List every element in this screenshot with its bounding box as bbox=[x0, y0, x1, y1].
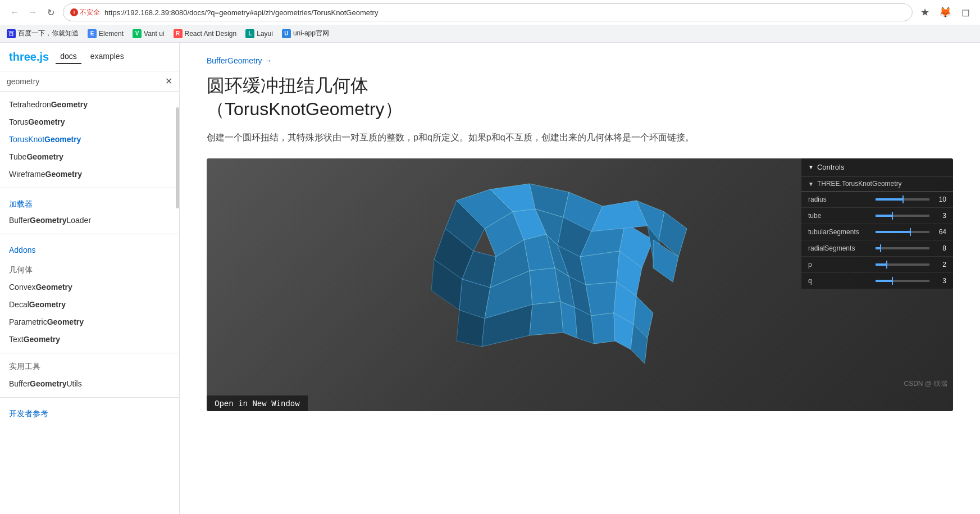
page-title: 圆环缓冲扭结几何体（TorusKnotGeometry） bbox=[207, 74, 953, 121]
bookmark-vant[interactable]: V Vant ui bbox=[133, 29, 164, 38]
controls-header: ▼ Controls bbox=[801, 158, 953, 176]
bookmark-star-icon[interactable]: ★ bbox=[917, 4, 933, 20]
nav-item-buffergeometryutils[interactable]: BufferGeometryUtils bbox=[0, 375, 179, 393]
uniapp-icon: U bbox=[282, 29, 291, 38]
nav-item-text[interactable]: TextGeometry bbox=[0, 331, 179, 348]
controls-subtitle: THREE.TorusKnotGeometry bbox=[817, 180, 902, 188]
menu-icon[interactable]: ◻ bbox=[958, 4, 973, 20]
control-slider-radius[interactable] bbox=[876, 194, 929, 205]
react-label: React Ant Design bbox=[185, 30, 237, 38]
nav-divider-1 bbox=[0, 188, 179, 188]
controls-title: Controls bbox=[817, 163, 844, 171]
bookmark-element[interactable]: E Element bbox=[88, 29, 124, 38]
sidebar-tabs: docs examples bbox=[56, 49, 129, 64]
nav-section-addons[interactable]: Addons bbox=[0, 239, 179, 257]
nav-item-wireframe[interactable]: WireframeGeometry bbox=[0, 166, 179, 183]
sidebar-nav[interactable]: TetrahedronGeometry TorusGeometry TorusK… bbox=[0, 92, 179, 514]
breadcrumb[interactable]: BufferGeometry → bbox=[207, 56, 953, 65]
control-value-radialsegments: 8 bbox=[929, 244, 946, 252]
control-row-radius: radius 10 bbox=[801, 192, 953, 208]
element-icon: E bbox=[88, 29, 97, 38]
nav-item-torusknot[interactable]: TorusKnotGeometry bbox=[0, 131, 179, 148]
control-row-radialsegments: radialSegments 8 bbox=[801, 240, 953, 257]
content: BufferGeometry → 圆环缓冲扭结几何体（TorusKnotGeom… bbox=[180, 43, 980, 514]
slider-thumb-radius[interactable] bbox=[902, 195, 904, 203]
nav-item-torus[interactable]: TorusGeometry bbox=[0, 113, 179, 131]
control-value-p: 2 bbox=[929, 261, 946, 269]
extensions-icon[interactable]: 🦊 bbox=[937, 4, 953, 20]
threejs-logo[interactable]: three.js bbox=[9, 51, 49, 63]
control-label-q: q bbox=[808, 277, 876, 285]
control-row-tube: tube 3 bbox=[801, 208, 953, 224]
nav-section-geometries: 几何体 bbox=[0, 261, 179, 279]
main-area: three.js docs examples geometry ✕ Tetrah… bbox=[0, 43, 980, 514]
forward-button[interactable]: → bbox=[25, 4, 40, 20]
nav-divider-3 bbox=[0, 353, 179, 353]
search-close-icon[interactable]: ✕ bbox=[165, 76, 172, 87]
baidu-icon: 百 bbox=[7, 29, 16, 38]
control-slider-tubularsegments[interactable] bbox=[876, 226, 929, 238]
watermark: CSDN @-联瑞 bbox=[904, 379, 947, 389]
bookmark-layui[interactable]: L Layui bbox=[245, 29, 273, 38]
nav-item-tube[interactable]: TubeGeometry bbox=[0, 148, 179, 166]
slider-thumb-p[interactable] bbox=[886, 261, 887, 269]
layui-icon: L bbox=[245, 29, 254, 38]
back-button[interactable]: ← bbox=[7, 4, 22, 20]
sidebar-header: three.js docs examples bbox=[0, 43, 179, 71]
tab-docs[interactable]: docs bbox=[56, 49, 81, 64]
slider-fill-p bbox=[876, 263, 886, 266]
controls-panel: ▼ Controls ▼ THREE.TorusKnotGeometry rad… bbox=[801, 158, 953, 289]
control-slider-tube[interactable] bbox=[876, 210, 929, 221]
slider-fill-q bbox=[876, 280, 892, 282]
svg-marker-25 bbox=[586, 282, 617, 316]
bookmark-react[interactable]: R React Ant Design bbox=[174, 29, 237, 38]
bookmark-baidu[interactable]: 百 百度一下，你就知道 bbox=[7, 29, 79, 38]
nav-item-decal[interactable]: DecalGeometry bbox=[0, 296, 179, 313]
control-label-radius: radius bbox=[808, 195, 876, 203]
scrollbar-thumb[interactable] bbox=[176, 107, 179, 208]
nav-section-devref[interactable]: 开发者参考 bbox=[0, 402, 179, 421]
slider-fill-radialsegments bbox=[876, 247, 880, 249]
refresh-button[interactable]: ↻ bbox=[43, 4, 58, 20]
svg-marker-33 bbox=[591, 313, 615, 344]
slider-thumb-radialsegments[interactable] bbox=[880, 244, 881, 252]
controls-chevron-icon: ▼ bbox=[808, 164, 814, 170]
security-badge: ! 不安全 bbox=[70, 8, 100, 17]
baidu-label: 百度一下，你就知道 bbox=[18, 29, 79, 38]
nav-divider-2 bbox=[0, 234, 179, 234]
slider-fill-tube bbox=[876, 215, 892, 217]
slider-thumb-q[interactable] bbox=[892, 277, 893, 285]
nav-buttons: ← → ↻ bbox=[7, 4, 58, 20]
search-text[interactable]: geometry bbox=[7, 77, 161, 86]
tab-examples[interactable]: examples bbox=[86, 49, 129, 64]
svg-marker-30 bbox=[530, 302, 563, 335]
address-bar[interactable]: ! 不安全 https://192.168.2.39:8080/docs/?q=… bbox=[63, 3, 913, 21]
nav-divider-4 bbox=[0, 397, 179, 398]
element-label: Element bbox=[99, 30, 124, 38]
control-slider-p[interactable] bbox=[876, 259, 929, 270]
toolbar-icons: ★ 🦊 ◻ bbox=[917, 4, 973, 20]
control-row-q: q 3 bbox=[801, 273, 953, 289]
open-new-window-label[interactable]: Open in New Window bbox=[207, 395, 308, 411]
control-label-p: p bbox=[808, 261, 876, 269]
nav-item-buffergeometryloader[interactable]: BufferGeometryLoader bbox=[0, 212, 179, 229]
nav-item-convex[interactable]: ConvexGeometry bbox=[0, 279, 179, 296]
control-value-q: 3 bbox=[929, 277, 946, 285]
nav-item-parametric[interactable]: ParametricGeometry bbox=[0, 313, 179, 331]
control-value-radius: 10 bbox=[929, 195, 946, 203]
browser-chrome: ← → ↻ ! 不安全 https://192.168.2.39:8080/do… bbox=[0, 0, 980, 43]
uniapp-label: uni-app官网 bbox=[293, 29, 329, 38]
control-slider-q[interactable] bbox=[876, 275, 929, 286]
nav-section-loaders[interactable]: 加载器 bbox=[0, 193, 179, 212]
bookmark-uniapp[interactable]: U uni-app官网 bbox=[282, 29, 329, 38]
control-value-tube: 3 bbox=[929, 212, 946, 220]
vant-label: Vant ui bbox=[144, 30, 164, 38]
slider-thumb-tubularsegments[interactable] bbox=[910, 228, 911, 236]
svg-marker-17 bbox=[580, 251, 619, 285]
insecure-icon: ! bbox=[70, 8, 78, 16]
nav-item-tetrahedron[interactable]: TetrahedronGeometry bbox=[0, 96, 179, 113]
nav-section-utils: 实用工具 bbox=[0, 358, 179, 375]
control-slider-radialsegments[interactable] bbox=[876, 243, 929, 254]
slider-thumb-tube[interactable] bbox=[892, 212, 893, 220]
browser-toolbar: ← → ↻ ! 不安全 https://192.168.2.39:8080/do… bbox=[0, 0, 980, 25]
